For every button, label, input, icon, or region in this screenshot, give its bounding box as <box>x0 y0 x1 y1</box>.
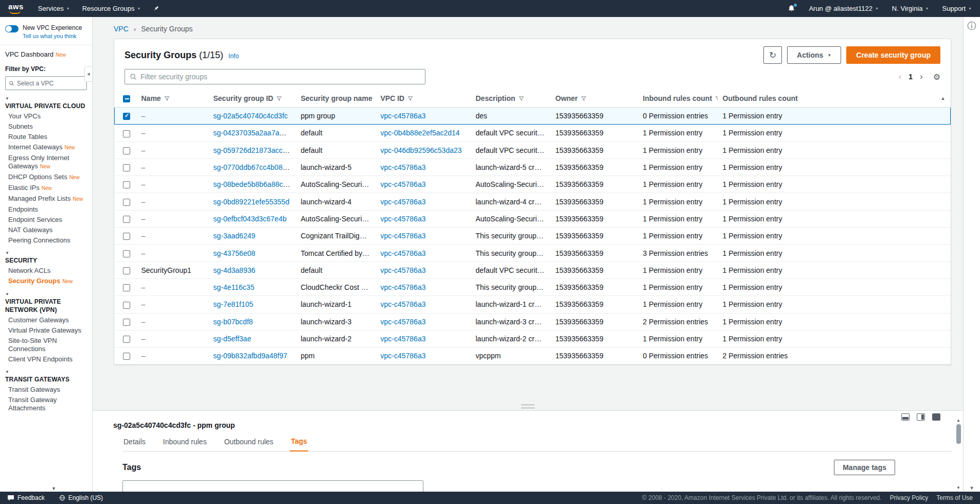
filter-icon[interactable] <box>276 96 282 101</box>
row-checkbox[interactable] <box>123 164 130 171</box>
table-row[interactable]: – sg-04237035a2aa7ae44 default vpc-0b4b8… <box>115 125 951 142</box>
notifications-bell-button[interactable] <box>788 5 795 12</box>
security-group-id-link[interactable]: sg-43756e08 <box>213 249 256 257</box>
sidebar-item-subnets[interactable]: Subnets <box>8 123 88 131</box>
row-checkbox[interactable] <box>123 216 130 223</box>
sidebar-item-elastic-ips[interactable]: Elastic IPsNew <box>8 184 88 193</box>
tab-inbound-rules[interactable]: Inbound rules <box>162 432 208 451</box>
region-menu[interactable]: N. Virginia ▼ <box>892 5 929 12</box>
sidebar-item-customer-gateways[interactable]: Customer Gateways <box>8 316 88 324</box>
vpc-id-link[interactable]: vpc-046db92596c53da23 <box>381 146 462 154</box>
table-row[interactable]: SecurityGroup1 sg-4d3a8936 default vpc-c… <box>115 262 951 279</box>
section-collapse-icon[interactable]: ▼ <box>5 292 88 297</box>
support-menu[interactable]: Support ▼ <box>942 5 972 12</box>
filter-icon[interactable] <box>407 96 413 101</box>
table-row[interactable]: – sg-4e116c35 CloudCheckr Cost and ... v… <box>115 279 951 296</box>
vpc-id-link[interactable]: vpc-c45786a3 <box>381 335 426 343</box>
row-checkbox[interactable] <box>123 199 130 206</box>
breadcrumb-vpc-link[interactable]: VPC <box>114 25 129 33</box>
sidebar-item-endpoints[interactable]: Endpoints <box>8 205 88 214</box>
column-header-inbound-rules[interactable]: Inbound rules count <box>638 90 718 108</box>
sidebar-item-transit-gateways[interactable]: Transit Gateways <box>8 386 88 394</box>
table-row[interactable]: – sg-d5eff3ae launch-wizard-2 vpc-c45786… <box>115 330 951 347</box>
security-group-id-link[interactable]: sg-02a5c40740c4cd3fc <box>213 112 288 120</box>
tab-outbound-rules[interactable]: Outbound rules <box>223 432 275 451</box>
panel-right-layout-icon[interactable] <box>917 413 925 421</box>
security-group-id-link[interactable]: sg-d5eff3ae <box>213 335 252 343</box>
column-header-description[interactable]: Description <box>471 90 550 108</box>
table-row[interactable]: – sg-08bede5b8b6a88c6a AutoScaling-Secur… <box>115 176 951 193</box>
filter-icon[interactable] <box>581 96 586 101</box>
section-collapse-icon[interactable]: ▼ <box>5 370 88 374</box>
services-menu[interactable]: Services ▼ <box>38 5 70 12</box>
sidebar-item-internet-gateways[interactable]: Internet GatewaysNew <box>8 143 88 152</box>
sidebar-item-client-vpn-endpoints[interactable]: Client VPN Endpoints <box>8 355 88 363</box>
sidebar-item-nat-gateways[interactable]: NAT Gateways <box>8 226 88 234</box>
vpc-id-link[interactable]: vpc-c45786a3 <box>381 318 426 326</box>
sidebar-item-dhcp-options-sets[interactable]: DHCP Options SetsNew <box>8 173 88 182</box>
language-selector[interactable]: English (US) <box>59 494 103 501</box>
sidebar-collapse-tab[interactable]: ◀ <box>84 66 92 82</box>
vpc-id-link[interactable]: vpc-c45786a3 <box>381 300 426 308</box>
experience-feedback-link[interactable]: Tell us what you think <box>23 33 77 39</box>
section-collapse-icon[interactable]: ▼ <box>5 251 88 255</box>
column-header-vpc-id[interactable]: VPC ID <box>376 90 471 108</box>
vpc-id-link[interactable]: vpc-c45786a3 <box>381 249 426 257</box>
security-group-id-link[interactable]: sg-04237035a2aa7ae44 <box>213 129 292 137</box>
row-checkbox[interactable] <box>123 302 130 309</box>
scroll-down-icon[interactable]: ▼ <box>956 485 960 490</box>
sidebar-item-security-groups[interactable]: Security GroupsNew <box>8 277 88 286</box>
sidebar-item-transit-gateway-attachments[interactable]: Transit Gateway Attachments <box>8 396 88 412</box>
detail-scrollbar[interactable]: ▲ ▼ <box>955 418 961 490</box>
table-row[interactable]: – sg-b07bcdf8 launch-wizard-3 vpc-c45786… <box>115 313 951 330</box>
row-checkbox[interactable] <box>123 284 130 291</box>
security-group-id-link[interactable]: sg-059726d21873accab <box>213 146 291 154</box>
table-row[interactable]: – sg-09b832afbd9a48f97 ppm vpc-c45786a3 … <box>115 347 951 364</box>
vpc-id-link[interactable]: vpc-c45786a3 <box>381 352 426 360</box>
feedback-button[interactable]: Feedback <box>7 494 45 501</box>
splitter-handle-icon[interactable] <box>521 405 534 408</box>
column-header-security-group-name[interactable]: Security group name <box>296 90 376 108</box>
actions-button[interactable]: Actions ▼ <box>787 46 841 64</box>
vpc-id-link[interactable]: vpc-c45786a3 <box>381 180 426 188</box>
sidebar-item-peering-connections[interactable]: Peering Connections <box>8 236 88 245</box>
security-group-id-link[interactable]: sg-0efbcf043d3c67e4b <box>213 215 287 223</box>
tab-tags[interactable]: Tags <box>290 432 308 451</box>
account-menu[interactable]: Arun @ aliastest1122 ▼ <box>809 5 878 12</box>
current-page[interactable]: 1 <box>908 73 913 81</box>
aws-logo[interactable]: aws <box>8 3 24 14</box>
select-all-checkbox[interactable] <box>123 95 130 102</box>
row-checkbox[interactable] <box>123 336 130 343</box>
row-checkbox[interactable] <box>123 353 130 360</box>
vpc-id-link[interactable]: vpc-0b4b88e2ef5ac2d14 <box>381 129 460 137</box>
vpc-id-link[interactable]: vpc-c45786a3 <box>381 215 426 223</box>
vpc-id-link[interactable]: vpc-c45786a3 <box>381 163 426 171</box>
manage-tags-button[interactable]: Manage tags <box>834 460 895 475</box>
settings-gear-icon[interactable]: ⚙ <box>933 72 940 82</box>
table-row[interactable]: – sg-7e81f105 launch-wizard-1 vpc-c45786… <box>115 296 951 313</box>
table-row[interactable]: – sg-02a5c40740c4cd3fc ppm group vpc-c45… <box>115 108 951 125</box>
column-header-outbound-rules[interactable]: Outbound rules count▲ <box>718 90 951 108</box>
row-checkbox[interactable] <box>123 250 130 257</box>
sidebar-item-site-to-site-vpn-connections[interactable]: Site-to-Site VPN Connections <box>8 337 88 353</box>
create-security-group-button[interactable]: Create security group <box>846 46 940 64</box>
vpc-id-link[interactable]: vpc-c45786a3 <box>381 266 426 274</box>
previous-page-button[interactable]: ‹ <box>899 72 902 82</box>
column-header-owner[interactable]: Owner <box>550 90 638 108</box>
sidebar-item-vpc-dashboard[interactable]: VPC DashboardNew <box>0 45 92 58</box>
experience-toggle[interactable] <box>5 25 19 32</box>
row-checkbox[interactable] <box>123 267 130 274</box>
vpc-filter-input[interactable] <box>17 80 83 87</box>
tags-filter-input[interactable] <box>122 480 423 492</box>
sidebar-item-egress-only-internet-gateways[interactable]: Egress Only Internet GatewaysNew <box>8 154 88 171</box>
sidebar-item-managed-prefix-lists[interactable]: Managed Prefix ListsNew <box>8 195 88 203</box>
pin-icon[interactable] <box>153 5 159 12</box>
table-row[interactable]: – sg-3aad6249 Cognizant TrailDigest (...… <box>115 228 951 245</box>
vpc-filter-box[interactable] <box>5 76 87 90</box>
sidebar-scroll-down-icon[interactable]: ▼ <box>51 486 56 491</box>
security-group-id-link[interactable]: sg-7e81f105 <box>213 300 254 308</box>
privacy-policy-link[interactable]: Privacy Policy <box>890 494 929 501</box>
row-checkbox[interactable] <box>123 113 130 120</box>
table-row[interactable]: – sg-0770ddb67cc4b0886 launch-wizard-5 v… <box>115 159 951 176</box>
next-page-button[interactable]: › <box>920 72 923 82</box>
